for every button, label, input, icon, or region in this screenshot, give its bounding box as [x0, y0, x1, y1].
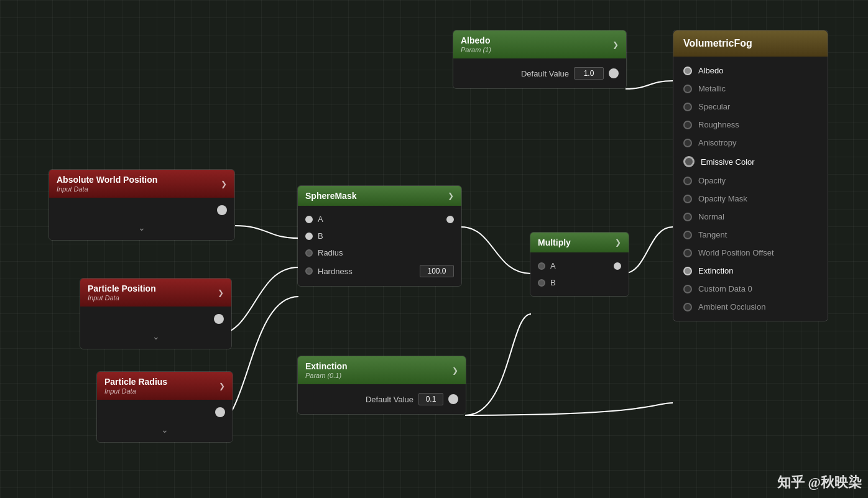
vfog-port-tangent[interactable]: Tangent [673, 226, 828, 244]
node-multiply-header: Multiply ❯ [530, 233, 629, 252]
node-sm-input-a[interactable] [305, 216, 313, 223]
node-multiply-input-a[interactable] [538, 262, 545, 270]
vfog-dot-opacity [683, 177, 692, 185]
node-pp-collapse[interactable]: ❯ [218, 288, 224, 297]
node-extinction-subtitle: Param (0.1) [305, 372, 348, 379]
node-sphere-mask: SphereMask ❯ A B Radius Hardness [297, 185, 462, 287]
vfog-port-roughness[interactable]: Roughness [673, 116, 828, 134]
node-awp-output-port[interactable] [217, 205, 227, 215]
vfog-port-world-position-offset[interactable]: World Position Offset [673, 244, 828, 262]
node-awp-title: Absolute World Position [57, 175, 157, 185]
node-awp-body: ⌄ [49, 198, 234, 240]
vfog-port-opacity[interactable]: Opacity [673, 172, 828, 190]
node-pr-subtitle: Input Data [104, 387, 167, 395]
node-extinction-body: Default Value [298, 384, 466, 414]
vfog-label-extinction: Extinction [698, 266, 733, 275]
node-vfog-title: VolumetricFog [683, 38, 752, 48]
vfog-dot-opacity-mask [683, 195, 692, 203]
node-albedo-default-label: Default Value [521, 69, 569, 78]
node-pr-collapse[interactable]: ❯ [219, 382, 225, 390]
vfog-label-metallic: Metallic [698, 84, 726, 93]
vfog-dot-ambient-occlusion [683, 303, 692, 311]
node-extinction-title: Extinction [305, 361, 348, 371]
node-awp-collapse[interactable]: ❯ [221, 180, 227, 188]
vfog-label-albedo: Albedo [698, 66, 723, 75]
node-albedo-collapse[interactable]: ❯ [612, 40, 619, 49]
vfog-dot-emissive-color [683, 156, 695, 167]
vfog-port-opacity-mask[interactable]: Opacity Mask [673, 190, 828, 208]
vfog-port-ambient-occlusion[interactable]: Ambient Occlusion [673, 298, 828, 316]
vfog-port-albedo[interactable]: Albedo [673, 62, 828, 80]
node-multiply-input-b[interactable] [538, 279, 545, 287]
vfog-label-emissive-color: Emissive Color [701, 157, 755, 167]
node-extinction-default-label: Default Value [366, 395, 413, 404]
vfog-label-tangent: Tangent [698, 230, 727, 239]
vfog-label-anisotropy: Anisotropy [698, 138, 736, 147]
node-extinction-default-row: Default Value [298, 389, 466, 409]
node-sm-port-a: A [298, 211, 461, 228]
vfog-label-opacity: Opacity [698, 176, 726, 185]
vfog-dot-albedo [683, 67, 692, 75]
node-extinction-collapse[interactable]: ❯ [452, 366, 458, 375]
vfog-label-custom-data-0: Custom Data 0 [698, 284, 752, 293]
node-sm-input-hardness[interactable] [305, 267, 313, 275]
node-extinction-output-port[interactable] [448, 394, 458, 404]
vfog-dot-tangent [683, 231, 692, 239]
node-extinction-param: Extinction Param (0.1) ❯ Default Value [297, 356, 466, 415]
node-pp-header: Particle Position Input Data ❯ [80, 279, 231, 307]
vfog-port-normal[interactable]: Normal [673, 208, 828, 226]
vfog-label-world-position-offset: World Position Offset [698, 248, 774, 257]
node-albedo-subtitle: Param (1) [461, 46, 491, 53]
node-volumetric-fog: VolumetricFog AlbedoMetallicSpecularRoug… [673, 30, 828, 321]
node-albedo-value-input[interactable] [574, 67, 604, 80]
vfog-dot-world-position-offset [683, 249, 692, 257]
node-awp-subtitle: Input Data [57, 185, 157, 193]
node-albedo-default-row: Default Value [453, 63, 626, 83]
vfog-port-specular[interactable]: Specular [673, 98, 828, 116]
vfog-port-extinction[interactable]: Extinction [673, 262, 828, 280]
node-pp-expand-icon[interactable]: ⌄ [80, 329, 231, 344]
vfog-port-metallic[interactable]: Metallic [673, 80, 828, 98]
node-vfog-header: VolumetricFog [673, 30, 828, 57]
node-pp-output-port[interactable] [214, 314, 224, 324]
node-particle-position: Particle Position Input Data ❯ ⌄ [80, 278, 232, 349]
node-pr-expand-icon[interactable]: ⌄ [97, 422, 233, 437]
node-extinction-header: Extinction Param (0.1) ❯ [298, 356, 466, 384]
vfog-dot-normal [683, 213, 692, 221]
vfog-dot-anisotropy [683, 139, 692, 147]
vfog-label-specular: Specular [698, 102, 730, 111]
node-sm-output[interactable] [446, 216, 454, 223]
node-sm-port-hardness: Hardness [298, 261, 461, 281]
node-pp-title: Particle Position [88, 284, 156, 293]
node-albedo-header: Albedo Param (1) ❯ [453, 30, 626, 58]
vfog-label-ambient-occlusion: Ambient Occlusion [698, 302, 765, 311]
node-sm-input-b[interactable] [305, 233, 313, 240]
vfog-port-anisotropy[interactable]: Anisotropy [673, 134, 828, 152]
vfog-label-opacity-mask: Opacity Mask [698, 194, 747, 203]
node-multiply-collapse[interactable]: ❯ [615, 238, 621, 247]
node-vfog-body: AlbedoMetallicSpecularRoughnessAnisotrop… [673, 57, 828, 321]
node-sm-hardness-input[interactable] [420, 265, 454, 277]
vfog-dot-custom-data-0 [683, 285, 692, 293]
node-albedo-output-port[interactable] [609, 68, 619, 78]
node-pr-body: ⌄ [97, 400, 233, 442]
vfog-port-custom-data-0[interactable]: Custom Data 0 [673, 280, 828, 298]
node-pr-output-port[interactable] [215, 407, 225, 417]
node-multiply-output[interactable] [614, 262, 621, 270]
node-awp-header: Absolute World Position Input Data ❯ [49, 170, 234, 198]
node-multiply: Multiply ❯ A B [530, 232, 629, 297]
node-albedo-title: Albedo [461, 35, 491, 45]
node-awp-expand-icon[interactable]: ⌄ [49, 220, 234, 235]
node-pp-body: ⌄ [80, 307, 231, 349]
vfog-dot-metallic [683, 85, 692, 93]
node-pr-title: Particle Radius [104, 377, 167, 387]
node-albedo-body: Default Value [453, 58, 626, 88]
node-extinction-value-input[interactable] [418, 393, 443, 405]
vfog-port-emissive-color[interactable]: Emissive Color [673, 152, 828, 172]
node-sm-input-radius[interactable] [305, 249, 313, 257]
node-sm-title: SphereMask [305, 191, 356, 201]
node-sm-collapse[interactable]: ❯ [448, 191, 454, 200]
node-albedo: Albedo Param (1) ❯ Default Value [453, 30, 627, 89]
vfog-dot-roughness [683, 121, 692, 129]
node-multiply-port-a: A [530, 257, 629, 274]
